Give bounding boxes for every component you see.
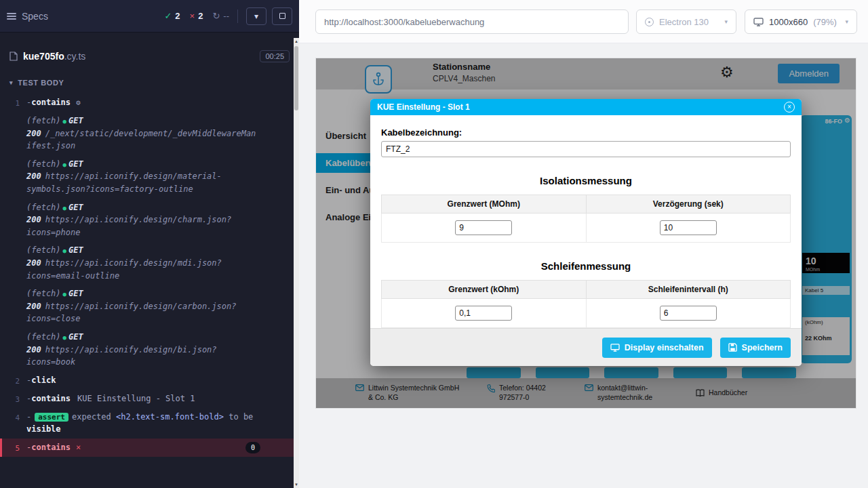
collapse-button[interactable]: ▾ bbox=[246, 7, 267, 25]
loop-section-title: Schleifenmessung bbox=[381, 260, 791, 272]
browser-select[interactable]: Electron 130 ▾ bbox=[636, 9, 736, 34]
fetch-log-row[interactable]: (fetch)●GET 200https://api.iconify.desig… bbox=[0, 241, 299, 285]
specs-label: Specs bbox=[22, 11, 48, 22]
isolation-section-title: Isolationsmessung bbox=[381, 175, 791, 186]
fetch-log-row[interactable]: (fetch)●GET 200/_next/static/development… bbox=[0, 112, 299, 155]
isolation-table: Grenzwert (MOhm) Verzögerung (sek) bbox=[381, 195, 791, 243]
command-row-contains-1[interactable]: 1 -contains⚙ bbox=[0, 94, 299, 112]
command-row-contains-3[interactable]: 3 -containsKUE Einstellung - Slot 1 bbox=[0, 390, 299, 408]
stop-button[interactable] bbox=[272, 7, 292, 25]
fetch-log-row[interactable]: (fetch)●GET 200https://api.iconify.desig… bbox=[0, 155, 299, 199]
fetch-url: https://api.iconify.design/bi.json?icons… bbox=[26, 345, 217, 367]
failed-count: 2 bbox=[198, 11, 203, 21]
viewport-select[interactable]: 1000x660 (79%) ▾ bbox=[745, 9, 857, 34]
display-on-button[interactable]: Display einschalten bbox=[602, 338, 712, 358]
gear-icon: ⚙ bbox=[76, 98, 81, 107]
pending-stat[interactable]: ↻-- bbox=[212, 11, 229, 21]
command-number: 4 bbox=[2, 411, 20, 436]
browser-label: Electron 130 bbox=[659, 17, 709, 27]
fetch-url: https://api.iconify.design/charm.json?ic… bbox=[26, 215, 231, 237]
status-dot-icon: ● bbox=[63, 247, 66, 254]
file-icon bbox=[9, 52, 18, 61]
cypress-reporter: Specs ✓2 ×2 ↻-- ▾ kue705fo.cy.ts 00:25 ▾… bbox=[0, 0, 299, 488]
specs-list-icon bbox=[7, 12, 16, 20]
test-body-toggle[interactable]: ▾ TEST BODY bbox=[0, 75, 299, 91]
test-body-label: TEST BODY bbox=[18, 79, 64, 87]
fetch-url: https://api.iconify.design/carbon.json?i… bbox=[26, 302, 236, 324]
chevron-down-icon: ▾ bbox=[254, 12, 258, 21]
command-number: 3 bbox=[2, 392, 20, 405]
close-icon[interactable]: × bbox=[784, 102, 795, 113]
command-log: 1 -contains⚙ (fetch)●GET 200/_next/stati… bbox=[0, 91, 299, 457]
fetch-url: /_next/static/development/_devMiddleware… bbox=[26, 129, 256, 151]
check-icon: ✓ bbox=[164, 11, 172, 21]
status-dot-icon: ● bbox=[63, 205, 66, 211]
loop-table: Grenzwert (kOhm) Schleifenintervall (h) bbox=[381, 280, 791, 328]
column-header: Verzögerung (sek) bbox=[586, 195, 791, 214]
command-argument: KUE Einstellung - Slot 1 bbox=[77, 394, 195, 403]
viewport-zoom: (79%) bbox=[813, 17, 837, 27]
command-number: 2 bbox=[2, 374, 20, 387]
isolation-delay-input[interactable] bbox=[660, 220, 717, 235]
cable-name-label: Kabelbezeichnung: bbox=[381, 127, 791, 138]
chevron-down-icon: ▾ bbox=[845, 18, 848, 25]
x-icon: × bbox=[190, 11, 195, 21]
command-row-contains-failed[interactable]: 5 -contains×0 bbox=[0, 439, 299, 457]
scroll-down-icon[interactable]: ▼ bbox=[294, 481, 299, 488]
command-number: 5 bbox=[2, 441, 20, 454]
runner-toolbar: Electron 130 ▾ 1000x660 (79%) ▾ bbox=[299, 0, 868, 43]
scrollbar-thumb[interactable] bbox=[294, 46, 298, 110]
reporter-header: Specs ✓2 ×2 ↻-- ▾ bbox=[0, 0, 299, 33]
save-button[interactable]: Speichern bbox=[720, 338, 791, 358]
column-header: Grenzwert (MOhm) bbox=[382, 195, 587, 214]
display-icon bbox=[610, 344, 620, 352]
spec-row[interactable]: kue705fo.cy.ts 00:25 bbox=[0, 45, 299, 68]
assert-text: expected bbox=[72, 412, 111, 422]
electron-icon bbox=[645, 18, 654, 26]
spec-extension: .cy.ts bbox=[64, 51, 86, 62]
status-dot-icon: ● bbox=[63, 161, 66, 168]
save-floppy-icon bbox=[728, 343, 737, 352]
isolation-limit-input[interactable] bbox=[455, 220, 512, 235]
command-name: contains bbox=[31, 394, 71, 403]
cable-name-input[interactable] bbox=[381, 141, 791, 157]
modal-footer: Display einschalten Speichern bbox=[370, 328, 802, 366]
monitor-icon bbox=[753, 18, 764, 26]
fetch-label: (fetch) bbox=[26, 203, 61, 212]
pending-count: -- bbox=[223, 11, 229, 21]
fetch-log-row[interactable]: (fetch)●GET 200https://api.iconify.desig… bbox=[0, 199, 299, 242]
url-input[interactable] bbox=[315, 9, 629, 34]
status-dot-icon: ● bbox=[63, 291, 66, 298]
passed-stat[interactable]: ✓2 bbox=[164, 11, 180, 21]
assert-badge: assert bbox=[35, 413, 68, 422]
loop-interval-input[interactable] bbox=[660, 306, 717, 321]
match-count-badge: 0 bbox=[245, 442, 260, 453]
viewport-size: 1000x660 bbox=[769, 17, 808, 27]
status-dot-icon: ● bbox=[63, 118, 66, 125]
assert-expected: visible bbox=[26, 424, 61, 434]
command-name: contains bbox=[31, 98, 71, 107]
status-dot-icon: ● bbox=[63, 334, 66, 341]
refresh-icon: ↻ bbox=[212, 11, 220, 21]
reporter-scrollbar[interactable]: ▲ ▼ bbox=[294, 38, 299, 488]
test-stats: ✓2 ×2 ↻-- bbox=[164, 11, 229, 21]
fail-x-icon: × bbox=[76, 443, 81, 452]
chevron-down-icon: ▾ bbox=[724, 18, 728, 25]
fetch-url: https://api.iconify.design/material-symb… bbox=[26, 171, 222, 194]
command-number: 1 bbox=[2, 96, 20, 109]
specs-button[interactable]: Specs bbox=[7, 11, 48, 22]
passed-count: 2 bbox=[175, 11, 180, 21]
loop-limit-input[interactable] bbox=[455, 306, 512, 321]
command-name: click bbox=[31, 375, 56, 385]
command-row-assert[interactable]: 4 -assertexpected <h2.text-sm.font-bold>… bbox=[0, 408, 299, 439]
spec-name: kue705fo bbox=[23, 51, 64, 62]
modal-header: KUE Einstellung - Slot 1 × bbox=[370, 99, 802, 115]
fetch-log-row[interactable]: (fetch)●GET 200https://api.iconify.desig… bbox=[0, 285, 299, 328]
chevron-down-icon: ▾ bbox=[9, 79, 13, 86]
fetch-log-row[interactable]: (fetch)●GET 200https://api.iconify.desig… bbox=[0, 328, 299, 371]
command-name: contains bbox=[31, 443, 71, 452]
fetch-label: (fetch) bbox=[26, 289, 61, 298]
scroll-up-icon[interactable]: ▲ bbox=[294, 38, 299, 45]
failed-stat[interactable]: ×2 bbox=[190, 11, 203, 21]
command-row-click[interactable]: 2 -click bbox=[0, 371, 299, 390]
